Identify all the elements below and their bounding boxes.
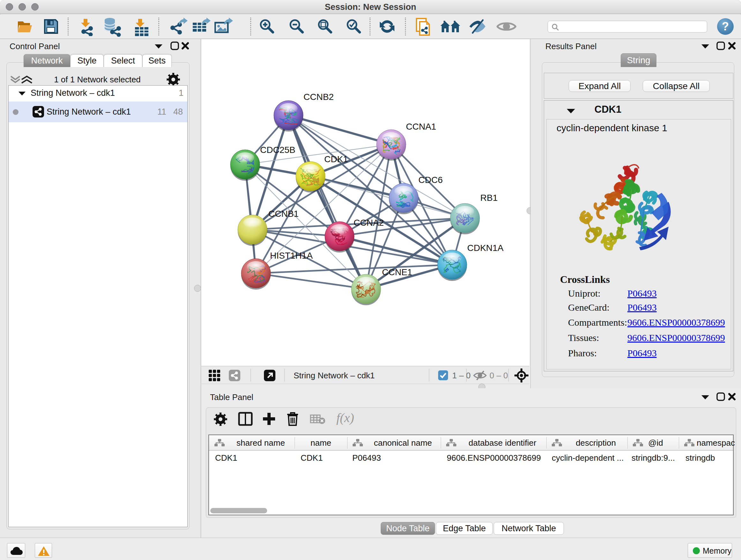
- svg-text:RB1: RB1: [480, 193, 497, 203]
- svg-text:CCNB2: CCNB2: [304, 92, 334, 102]
- svg-text:CCNA2: CCNA2: [354, 218, 384, 228]
- svg-text:HIST1H1A: HIST1H1A: [270, 251, 313, 260]
- svg-text:CDK1: CDK1: [324, 154, 348, 164]
- svg-text:CDKN1A: CDKN1A: [467, 243, 503, 253]
- svg-text:?: ?: [722, 20, 729, 33]
- svg-text:CCNE1: CCNE1: [382, 267, 412, 277]
- svg-text:CCNA1: CCNA1: [406, 122, 436, 132]
- svg-text:CCNB1: CCNB1: [268, 209, 299, 219]
- svg-text:CDC6: CDC6: [418, 175, 443, 185]
- svg-text:CDC25B: CDC25B: [260, 145, 295, 155]
